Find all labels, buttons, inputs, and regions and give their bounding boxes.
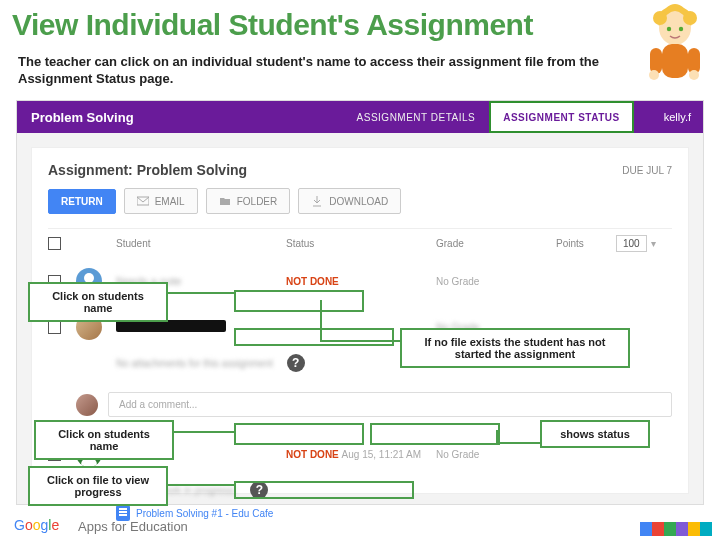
folder-icon (219, 195, 231, 207)
due-date: DUE JUL 7 (622, 165, 672, 176)
select-all-checkbox[interactable] (48, 237, 61, 250)
google-logo-icon: Google (14, 516, 74, 536)
svg-point-3 (667, 27, 671, 31)
toolbar: RETURN EMAIL FOLDER DOWNLOAD (48, 188, 672, 214)
highlight-box (234, 328, 394, 346)
slide-intro: The teacher can click on an individual s… (18, 54, 618, 88)
chevron-down-icon[interactable]: ▾ (651, 238, 656, 249)
svg-rect-6 (650, 48, 662, 74)
color-bars (640, 522, 712, 536)
status-badge: NOT DONE Aug 15, 11:21 AM (286, 449, 436, 460)
svg-point-8 (649, 70, 659, 80)
col-grade: Grade (436, 238, 556, 249)
callout: shows status (540, 420, 650, 448)
svg-point-4 (679, 27, 683, 31)
brand-footer: Google Apps for Education (14, 516, 188, 536)
table-header: Student Status Grade Points 100 ▾ (48, 228, 672, 258)
avatar (76, 394, 98, 416)
download-button[interactable]: DOWNLOAD (298, 188, 401, 214)
col-status: Status (286, 238, 436, 249)
highlight-box (370, 423, 500, 445)
classroom-topbar: Problem Solving ASSIGNMENT DETAILS ASSIG… (17, 101, 703, 133)
course-name[interactable]: Problem Solving (17, 110, 134, 125)
highlight-box (234, 481, 414, 499)
user-name[interactable]: kelly.f (634, 111, 703, 123)
col-points: Points (556, 238, 616, 249)
callout: Click on file to view progress (28, 466, 168, 506)
assignment-title: Assignment: Problem Solving (48, 162, 247, 178)
status-badge: NOT DONE (286, 276, 436, 287)
highlight-box (234, 290, 364, 312)
cartoon-teacher (640, 2, 710, 96)
grade-cell: No Grade (436, 449, 576, 460)
highlight-box (234, 423, 364, 445)
row-checkbox[interactable] (48, 321, 61, 334)
brand-suffix: Apps for Education (78, 519, 188, 534)
svg-point-2 (683, 11, 697, 25)
mail-icon (137, 195, 149, 207)
email-button[interactable]: EMAIL (124, 188, 198, 214)
slide-title: View Individual Student's Assignment (12, 8, 533, 42)
callout: Click on students name (34, 420, 174, 460)
grade-cell: No Grade (436, 276, 576, 287)
svg-text:Google: Google (14, 517, 59, 533)
return-button[interactable]: RETURN (48, 189, 116, 214)
help-icon[interactable]: ? (287, 354, 305, 372)
comment-input[interactable]: Add a comment... (108, 392, 672, 417)
callout: If no file exists the student has not st… (400, 328, 630, 368)
points-value[interactable]: 100 (616, 235, 647, 252)
callout: Click on students name (28, 282, 168, 322)
svg-point-9 (689, 70, 699, 80)
download-icon (311, 195, 323, 207)
tab-status[interactable]: ASSIGNMENT STATUS (489, 101, 633, 133)
svg-point-1 (653, 11, 667, 25)
tab-details[interactable]: ASSIGNMENT DETAILS (343, 101, 490, 133)
folder-button[interactable]: FOLDER (206, 188, 291, 214)
svg-rect-5 (662, 44, 688, 78)
col-student: Student (116, 238, 286, 249)
